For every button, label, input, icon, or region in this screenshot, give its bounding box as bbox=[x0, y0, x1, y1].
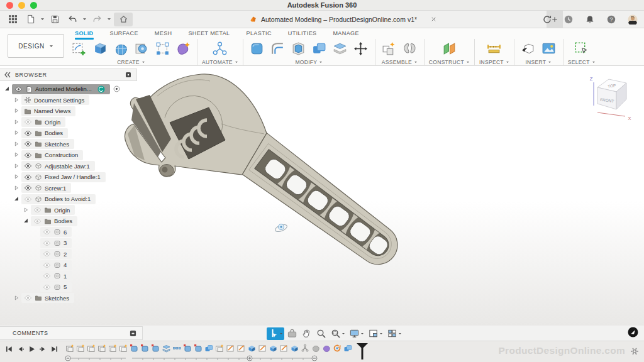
skip-start-button[interactable] bbox=[5, 345, 13, 353]
timeline-feature-component[interactable] bbox=[87, 344, 96, 353]
tree-item-document-settings[interactable]: Document Settings bbox=[0, 95, 137, 106]
pan-button[interactable] bbox=[300, 327, 313, 340]
layout-grid-button[interactable] bbox=[367, 327, 384, 340]
timeline-feature-revolve[interactable] bbox=[333, 344, 341, 353]
timeline-feature-extrude[interactable] bbox=[269, 344, 277, 353]
ribbon-group-label-inspect[interactable]: INSPECT bbox=[479, 59, 509, 65]
ribbon-group-label-insert[interactable]: INSERT bbox=[525, 59, 552, 65]
tree-item-sketches[interactable]: Sketches bbox=[0, 139, 137, 150]
combine-button[interactable] bbox=[310, 39, 329, 58]
tree-item-bodies[interactable]: Bodies bbox=[0, 128, 137, 139]
fit-button[interactable] bbox=[286, 327, 299, 340]
timeline-feature-joint[interactable] bbox=[301, 344, 309, 353]
visibility-eye-icon[interactable] bbox=[24, 174, 32, 180]
tree-item-fixed-jaw-handle-1[interactable]: Fixed Jaw / Handle:1 bbox=[0, 172, 137, 183]
undo-button[interactable] bbox=[65, 13, 80, 26]
ribbon-group-label-assemble[interactable]: ASSEMBLE bbox=[382, 59, 418, 65]
browser-panel-header[interactable]: BROWSER bbox=[0, 69, 137, 81]
visibility-eye-icon[interactable] bbox=[43, 273, 51, 279]
tree-item-sketches[interactable]: Sketches bbox=[0, 293, 137, 304]
timeline-feature-body[interactable] bbox=[140, 344, 149, 353]
avatar-button[interactable] bbox=[625, 13, 640, 26]
collapsed-expander-icon[interactable] bbox=[13, 97, 20, 104]
move-button[interactable] bbox=[352, 39, 370, 58]
shell-button[interactable] bbox=[289, 39, 308, 58]
timeline-feature-body[interactable] bbox=[183, 344, 192, 353]
panel-options-icon[interactable] bbox=[125, 71, 132, 79]
timeline-feature-extrude[interactable] bbox=[247, 344, 256, 353]
display-settings-button[interactable] bbox=[348, 327, 365, 340]
insert-mesh-button[interactable] bbox=[519, 39, 538, 58]
timeline-feature-body[interactable] bbox=[130, 344, 138, 353]
collapsed-expander-icon[interactable] bbox=[13, 119, 20, 126]
extrude-button[interactable] bbox=[91, 39, 109, 58]
tree-item-screw-1[interactable]: Screw:1 bbox=[0, 183, 137, 194]
canvas-button[interactable] bbox=[540, 39, 558, 58]
tree-item-bodies-to-avoid-1[interactable]: Bodies to Avoid:1 bbox=[0, 194, 137, 205]
zoom-button[interactable] bbox=[314, 327, 328, 340]
collapsed-expander-icon[interactable] bbox=[13, 163, 20, 170]
collapsed-expander-icon[interactable] bbox=[13, 141, 20, 148]
timeline-feature-sketch[interactable] bbox=[236, 344, 245, 353]
timeline-feature-sketch[interactable] bbox=[258, 344, 267, 353]
joint-button[interactable] bbox=[401, 39, 419, 58]
generative-design-button[interactable] bbox=[211, 39, 230, 58]
collapsed-expander-icon[interactable] bbox=[13, 295, 20, 302]
orbit-select-button[interactable] bbox=[267, 327, 284, 340]
timeline-position-marker[interactable] bbox=[356, 343, 369, 360]
tree-item-automated-modelin-[interactable]: Automated Modelin... bbox=[0, 84, 137, 95]
timeline-feature-component[interactable] bbox=[76, 344, 85, 353]
timeline-feature-body[interactable] bbox=[194, 344, 203, 353]
visibility-eye-icon[interactable] bbox=[14, 86, 23, 92]
visibility-eye-icon[interactable] bbox=[24, 295, 32, 301]
visibility-eye-icon[interactable] bbox=[24, 130, 32, 136]
close-window-button[interactable] bbox=[6, 2, 13, 9]
comments-panel-header[interactable]: COMMENTS bbox=[0, 326, 143, 340]
expanded-expander-icon[interactable] bbox=[13, 195, 20, 202]
help-button[interactable]: ? bbox=[604, 13, 619, 26]
timeline-feature-combine[interactable] bbox=[204, 344, 213, 353]
tree-item-6[interactable]: 6 bbox=[0, 227, 137, 238]
visibility-eye-icon[interactable] bbox=[43, 240, 51, 246]
maximize-window-button[interactable] bbox=[30, 2, 37, 9]
timeline-feature-component[interactable] bbox=[108, 344, 117, 353]
undo-dropdown-caret-icon[interactable] bbox=[82, 18, 87, 21]
timeline-feature-pattern[interactable] bbox=[172, 344, 181, 353]
collapsed-expander-icon[interactable] bbox=[13, 107, 20, 114]
visibility-eye-icon[interactable] bbox=[24, 152, 32, 158]
tree-item-origin[interactable]: Origin bbox=[0, 205, 137, 216]
apps-grid-button[interactable] bbox=[5, 13, 20, 26]
form-button[interactable] bbox=[111, 39, 130, 58]
collapsed-expander-icon[interactable] bbox=[13, 185, 20, 192]
visibility-eye-icon[interactable] bbox=[33, 207, 42, 213]
save-button[interactable] bbox=[47, 13, 62, 26]
timeline-feature-form-purple[interactable] bbox=[322, 344, 331, 353]
construction-plane-button[interactable] bbox=[440, 39, 458, 58]
expanded-expander-icon[interactable] bbox=[23, 217, 30, 224]
tree-item-2[interactable]: 2 bbox=[0, 249, 137, 260]
viewport-3d[interactable]: BROWSER Automated Modelin...Document Set… bbox=[0, 66, 644, 326]
visibility-eye-icon[interactable] bbox=[43, 251, 51, 257]
fillet-button[interactable] bbox=[269, 39, 287, 58]
document-tab[interactable]: Automated Modeling – ProductDesignOnline… bbox=[249, 11, 438, 28]
home-button[interactable] bbox=[114, 13, 133, 26]
tree-item-origin[interactable]: Origin bbox=[0, 117, 137, 128]
tree-item-adjustable-jaw-1[interactable]: Adjustable Jaw:1 bbox=[0, 161, 137, 172]
ribbon-group-label-create[interactable]: CREATE bbox=[117, 59, 145, 65]
timeline-feature-combine[interactable] bbox=[343, 344, 352, 353]
redo-dropdown-caret-icon[interactable] bbox=[107, 18, 111, 21]
activate-component-radio[interactable] bbox=[113, 85, 120, 92]
bell-button[interactable] bbox=[582, 13, 597, 26]
component-color-swatch-icon[interactable] bbox=[97, 85, 105, 93]
measure-button[interactable] bbox=[485, 39, 504, 58]
visibility-eye-icon[interactable] bbox=[33, 218, 42, 224]
timeline-feature-component[interactable] bbox=[97, 344, 106, 353]
step-forward-button[interactable] bbox=[39, 345, 47, 353]
revolve-button[interactable] bbox=[132, 39, 151, 58]
skip-end-button[interactable] bbox=[50, 345, 58, 353]
visibility-eye-icon[interactable] bbox=[24, 185, 32, 191]
file-dropdown-caret-icon[interactable] bbox=[40, 18, 45, 21]
zoom-window-button[interactable] bbox=[329, 327, 347, 340]
automated-modeling-button[interactable] bbox=[174, 39, 192, 58]
press-pull-button[interactable] bbox=[248, 39, 267, 58]
